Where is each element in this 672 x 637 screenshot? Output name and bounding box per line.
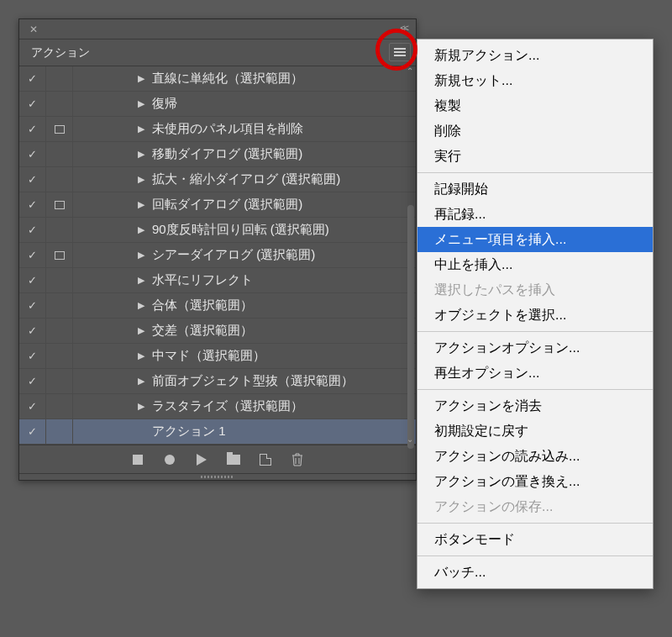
menu-item[interactable]: ボタンモード [417,527,653,552]
expand-arrow[interactable]: ▶ [132,174,150,185]
menu-item[interactable]: メニュー項目を挿入... [417,227,653,252]
expand-arrow[interactable]: ▶ [132,73,150,84]
menu-item[interactable]: アクションを消去 [417,393,653,419]
toggle-enabled[interactable]: ✓ [19,369,46,393]
menu-item[interactable]: アクションの置き換え... [417,469,653,494]
record-button[interactable] [163,453,176,466]
toggle-enabled[interactable]: ✓ [19,419,46,444]
action-row[interactable]: ✓▶シアーダイアログ (選択範囲) [19,243,416,268]
action-row[interactable]: ✓▶水平にリフレクト [19,268,416,293]
toggle-dialog[interactable] [46,318,73,343]
stop-button[interactable] [131,453,144,466]
toggle-dialog[interactable] [46,218,73,242]
menu-item[interactable]: 新規セット... [417,68,653,93]
check-icon: ✓ [28,123,37,135]
toggle-dialog[interactable] [46,293,73,318]
action-row[interactable]: ✓▶移動ダイアログ (選択範囲) [19,142,416,167]
check-icon: ✓ [28,173,37,186]
dialog-icon [55,125,65,134]
toggle-dialog[interactable] [46,92,73,116]
action-row[interactable]: ✓▶拡大・縮小ダイアログ (選択範囲) [19,167,416,192]
toggle-enabled[interactable]: ✓ [19,344,46,368]
toggle-enabled[interactable]: ✓ [19,192,46,217]
menu-item[interactable]: 中止を挿入... [417,252,653,277]
menu-item[interactable]: 再生オプション... [417,361,653,386]
toggle-enabled[interactable]: ✓ [19,293,46,318]
toggle-enabled[interactable]: ✓ [19,394,46,419]
action-row[interactable]: ✓▶ラスタライズ（選択範囲） [19,394,416,419]
tab-actions[interactable]: アクション [19,39,102,66]
action-row[interactable]: ✓▶回転ダイアログ (選択範囲) [19,192,416,218]
expand-arrow[interactable]: ▶ [132,250,150,261]
chevron-right-icon: ▶ [138,174,144,185]
toggle-dialog[interactable] [46,167,73,192]
menu-item[interactable]: オブジェクトを選択... [417,303,653,328]
toggle-dialog[interactable] [46,419,73,444]
menu-item[interactable]: 複製 [417,93,653,118]
expand-arrow[interactable]: ▶ [132,325,150,336]
toggle-dialog[interactable] [46,344,73,368]
menu-item[interactable]: アクションオプション... [417,335,653,361]
panel-titlebar[interactable]: ✕ << [19,19,416,39]
action-row[interactable]: ✓▶90度反時計回り回転 (選択範囲) [19,218,416,243]
action-label: シアーダイアログ (選択範囲) [150,247,416,263]
toggle-enabled[interactable]: ✓ [19,218,46,242]
toggle-enabled[interactable]: ✓ [19,92,46,116]
menu-item[interactable]: 再記録... [417,202,653,227]
resize-grip[interactable] [19,473,416,480]
scroll-down-icon[interactable]: ⌄ [405,434,415,445]
menu-separator [417,389,653,390]
menu-item[interactable]: アクションの読み込み... [417,444,653,469]
expand-arrow[interactable]: ▶ [132,124,150,134]
action-row-selected[interactable]: ✓アクション 1 [19,419,416,445]
toggle-enabled[interactable]: ✓ [19,66,46,91]
delete-button[interactable] [291,453,304,466]
menu-item[interactable]: 削除 [417,118,653,144]
menu-item[interactable]: バッチ... [417,560,653,585]
menu-item[interactable]: 初期設定に戻す [417,419,653,444]
scroll-up-icon[interactable]: ⌃ [405,66,415,76]
toggle-dialog[interactable] [46,66,73,91]
expand-arrow[interactable]: ▶ [132,376,150,387]
collapse-chevron-icon[interactable]: << [400,23,407,33]
action-row[interactable]: ✓▶復帰 [19,92,416,117]
action-row[interactable]: ✓▶合体（選択範囲） [19,293,416,318]
toggle-enabled[interactable]: ✓ [19,142,46,166]
action-row[interactable]: ✓▶交差（選択範囲） [19,318,416,344]
toggle-dialog[interactable] [46,192,73,217]
toggle-dialog[interactable] [46,394,73,419]
toggle-enabled[interactable]: ✓ [19,243,46,267]
scrollbar-thumb[interactable] [407,205,414,449]
toggle-enabled[interactable]: ✓ [19,167,46,192]
toggle-dialog[interactable] [46,142,73,166]
action-row[interactable]: ✓▶未使用のパネル項目を削除 [19,117,416,142]
check-icon: ✓ [28,274,37,287]
expand-arrow[interactable]: ▶ [132,350,150,361]
toggle-enabled[interactable]: ✓ [19,117,46,141]
toggle-dialog[interactable] [46,117,73,141]
expand-arrow[interactable]: ▶ [132,98,150,109]
toggle-dialog[interactable] [46,268,73,292]
new-set-button[interactable] [227,453,240,466]
action-row[interactable]: ✓▶前面オブジェクト型抜（選択範囲） [19,369,416,394]
expand-arrow[interactable]: ▶ [132,300,150,311]
menu-item[interactable]: 記録開始 [417,176,653,202]
new-action-button[interactable] [259,453,272,466]
toggle-dialog[interactable] [46,369,73,393]
menu-item[interactable]: 実行 [417,144,653,169]
menu-separator [417,555,653,556]
action-row[interactable]: ✓▶直線に単純化（選択範囲） [19,66,416,92]
panel-menu-button[interactable] [389,43,411,61]
menu-item[interactable]: 新規アクション... [417,43,653,68]
toggle-enabled[interactable]: ✓ [19,268,46,292]
play-button[interactable] [195,453,208,466]
expand-arrow[interactable]: ▶ [132,401,150,412]
expand-arrow[interactable]: ▶ [132,149,150,160]
action-row[interactable]: ✓▶中マド（選択範囲） [19,344,416,369]
toggle-enabled[interactable]: ✓ [19,318,46,343]
expand-arrow[interactable]: ▶ [132,224,150,235]
expand-arrow[interactable]: ▶ [132,199,150,210]
close-icon[interactable]: ✕ [29,24,38,34]
expand-arrow[interactable]: ▶ [132,275,150,286]
toggle-dialog[interactable] [46,243,73,267]
